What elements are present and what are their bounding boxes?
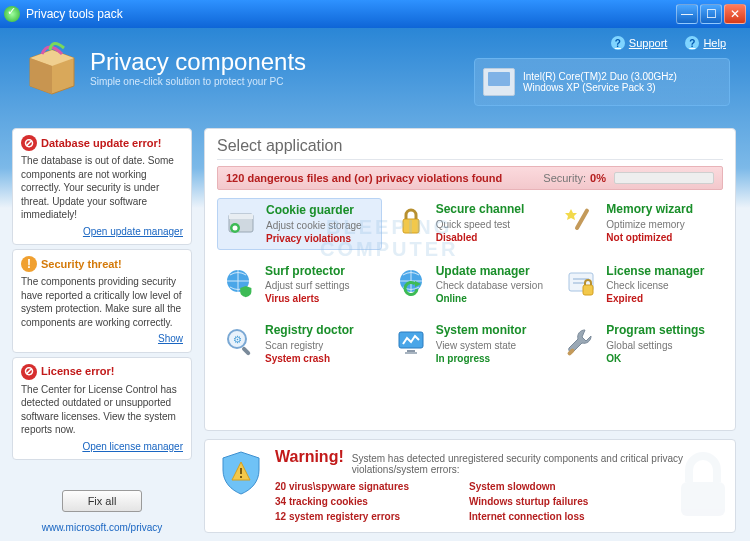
app-secure-channel[interactable]: Secure channelQuick speed testDisabled — [388, 198, 553, 250]
cookie-icon — [222, 203, 260, 241]
app-desc: Quick speed test — [436, 218, 525, 231]
maximize-button[interactable]: ☐ — [700, 4, 722, 24]
app-registry-doctor[interactable]: ⚙Registry doctorScan registrySystem cras… — [217, 319, 382, 369]
shield-warning-icon — [217, 448, 265, 496]
box-icon — [22, 38, 82, 96]
app-state: Expired — [606, 292, 704, 305]
app-cookie-guarder[interactable]: Cookie guarderAdjust cookie storagePriva… — [217, 198, 382, 250]
alert-body: The components providing security have r… — [21, 275, 183, 329]
warning-item: 20 virus\spyware signatures — [275, 479, 409, 494]
warning-item: System slowdown — [469, 479, 588, 494]
warning-list-right: System slowdownWindows sturtup failuresI… — [469, 479, 588, 524]
app-desc: Check license — [606, 279, 704, 292]
sidebar: Database update error! The database is o… — [0, 124, 200, 541]
svg-rect-25 — [240, 468, 242, 474]
brand-subtitle: Simple one-click solution to protect you… — [90, 76, 306, 87]
app-name: Surf protector — [265, 264, 349, 280]
app-name: Cookie guarder — [266, 203, 362, 219]
main: Select application 120 dangerous files a… — [200, 124, 750, 541]
svg-rect-27 — [681, 482, 725, 516]
app-name: License manager — [606, 264, 704, 280]
app-state: Virus alerts — [265, 292, 349, 305]
monitor-icon — [392, 323, 430, 361]
titlebar: Privacy tools pack — ☐ ✕ — [0, 0, 750, 28]
license-icon — [562, 264, 600, 302]
warning-item: 34 tracking cookies — [275, 494, 409, 509]
header: ?Support ?Help Privacy components Simple… — [0, 28, 750, 124]
open-update-manager-link[interactable]: Open update manager — [21, 225, 183, 239]
support-icon: ? — [611, 36, 625, 50]
ms-privacy-link[interactable]: www.microsoft.com/privacy — [42, 522, 163, 533]
app-desc: Adjust cookie storage — [266, 219, 362, 232]
svg-rect-18 — [241, 346, 251, 356]
app-state: In progress — [436, 352, 527, 365]
svg-point-6 — [233, 226, 238, 231]
panel-heading: Select application — [217, 137, 723, 160]
app-memory-wizard[interactable]: Memory wizardOptimize memoryNot optimize… — [558, 198, 723, 250]
app-update-manager[interactable]: Update managerCheck database versionOnli… — [388, 260, 553, 310]
svg-text:⚙: ⚙ — [233, 334, 242, 345]
app-state: Disabled — [436, 231, 525, 244]
show-link[interactable]: Show — [21, 332, 183, 346]
app-state: OK — [606, 352, 705, 365]
app-desc: Adjust surf settings — [265, 279, 349, 292]
svg-marker-9 — [565, 209, 577, 220]
app-name: Program settings — [606, 323, 705, 339]
security-value: 0% — [590, 172, 606, 184]
security-label: Security: — [543, 172, 586, 184]
app-state: System crash — [265, 352, 354, 365]
error-icon — [21, 135, 37, 151]
top-links: ?Support ?Help — [611, 36, 726, 50]
svg-rect-20 — [399, 332, 423, 348]
error-icon — [21, 364, 37, 380]
magnify-icon: ⚙ — [221, 323, 259, 361]
warning-item: Internet connection loss — [469, 509, 588, 524]
support-link[interactable]: ?Support — [611, 36, 668, 50]
ms-privacy-link-container: www.microsoft.com/privacy — [12, 522, 192, 533]
svg-rect-21 — [407, 350, 415, 352]
alert-license-error: License error! The Center for License Co… — [12, 357, 192, 461]
svg-rect-16 — [583, 285, 593, 295]
app-program-settings[interactable]: Program settingsGlobal settingsOK — [558, 319, 723, 369]
laptop-icon — [483, 68, 515, 96]
warning-icon — [21, 256, 37, 272]
svg-rect-26 — [240, 476, 242, 478]
app-license-manager[interactable]: License managerCheck licenseExpired — [558, 260, 723, 310]
lock-bg-icon — [663, 446, 736, 528]
app-name: Registry doctor — [265, 323, 354, 339]
wand-icon — [562, 202, 600, 240]
close-button[interactable]: ✕ — [724, 4, 746, 24]
app-desc: Check database version — [436, 279, 543, 292]
cpu-info: Intel(R) Core(TM)2 Duo (3.00GHz) — [523, 71, 677, 82]
app-icon — [4, 6, 20, 22]
help-link[interactable]: ?Help — [685, 36, 726, 50]
warning-title: Warning! — [275, 448, 344, 466]
alert-security-threat: Security threat! The components providin… — [12, 249, 192, 353]
os-info: Windows XP (Service Pack 3) — [523, 82, 677, 93]
app-desc: View system state — [436, 339, 527, 352]
minimize-button[interactable]: — — [676, 4, 698, 24]
svg-rect-22 — [405, 352, 417, 354]
alert-body: The database is out of date. Some compon… — [21, 154, 183, 222]
status-text: 120 dangerous files and (or) privacy vio… — [226, 172, 543, 184]
globe-shield-icon — [221, 264, 259, 302]
fix-all-button[interactable]: Fix all — [62, 490, 142, 512]
warning-box: Warning! System has detected unregistere… — [204, 439, 736, 533]
app-name: Update manager — [436, 264, 543, 280]
svg-rect-7 — [403, 219, 419, 233]
status-bar: 120 dangerous files and (or) privacy vio… — [217, 166, 723, 190]
app-desc: Optimize memory — [606, 218, 693, 231]
lock-icon — [392, 202, 430, 240]
apps-grid: Cookie guarderAdjust cookie storagePriva… — [217, 198, 723, 369]
app-name: Secure channel — [436, 202, 525, 218]
app-state: Not optimized — [606, 231, 693, 244]
app-desc: Global settings — [606, 339, 705, 352]
warning-item: Windows sturtup failures — [469, 494, 588, 509]
app-surf-protector[interactable]: Surf protectorAdjust surf settingsVirus … — [217, 260, 382, 310]
open-license-manager-link[interactable]: Open license manager — [21, 440, 183, 454]
app-state: Privacy violations — [266, 232, 362, 245]
brand-title: Privacy components — [90, 48, 306, 76]
warning-item: 12 system registery errors — [275, 509, 409, 524]
app-state: Online — [436, 292, 543, 305]
app-system-monitor[interactable]: System monitorView system stateIn progre… — [388, 319, 553, 369]
